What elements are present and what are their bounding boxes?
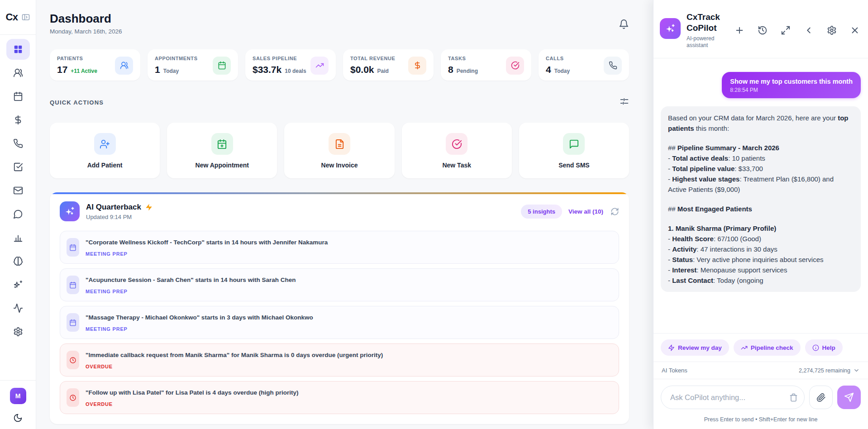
chip-pipeline-check[interactable]: Pipeline check — [734, 339, 801, 356]
quarterback-title: AI Quarterback — [86, 203, 141, 212]
stat-value: 1 — [155, 64, 160, 75]
calendar-icon — [13, 91, 23, 101]
info-icon — [812, 344, 819, 351]
copilot-header: CxTrack CoPilot AI-powered assistant — [653, 0, 868, 58]
send-button[interactable] — [837, 386, 861, 409]
sidebar-item-tasks[interactable] — [6, 157, 30, 177]
brain-icon — [13, 256, 23, 266]
stat-sub: Paid — [377, 68, 389, 74]
sidebar-item-patients[interactable] — [6, 62, 30, 83]
quick-action-new-invoice[interactable]: New Invoice — [284, 123, 394, 178]
phone-icon — [609, 61, 617, 70]
copilot-input[interactable] — [670, 393, 789, 402]
panel-toggle-icon — [21, 13, 30, 22]
attach-button[interactable] — [809, 386, 833, 409]
phone-icon — [13, 138, 23, 148]
sidebar-item-email[interactable] — [6, 180, 30, 201]
sidebar-item-ai-assistant[interactable] — [6, 274, 30, 295]
clock-icon — [69, 394, 76, 401]
insight-tag: MEETING PREP — [86, 326, 313, 332]
customize-button[interactable] — [620, 97, 629, 108]
calendar-icon — [69, 244, 76, 251]
history-button[interactable] — [755, 23, 770, 38]
trending-up-icon — [315, 61, 324, 70]
quick-action-label: New Task — [442, 162, 471, 169]
insight-item[interactable]: "Corporate Wellness Kickoff - TechCorp" … — [60, 231, 619, 264]
dark-mode-toggle[interactable] — [13, 413, 23, 423]
sidebar-item-appointments[interactable] — [6, 86, 30, 107]
new-chat-button[interactable] — [732, 23, 747, 38]
sidebar: Cx M — [0, 0, 36, 429]
assistant-message-line: - Status: Very active phone inquiries ab… — [668, 254, 854, 265]
quick-action-label: Add Patient — [87, 162, 123, 169]
assistant-message-line: - Last Contact: Today (ongoing — [668, 275, 854, 286]
chip-review-my-day[interactable]: Review my day — [661, 339, 729, 356]
insight-item[interactable]: "Immediate callback request from Manik S… — [60, 343, 619, 377]
insight-tag: OVERDUE — [86, 364, 383, 369]
quarterback-updated: Updated 9:14 PM — [86, 214, 153, 220]
dollar-icon — [413, 61, 422, 70]
assistant-message-line: ## Pipeline Summary - March 2026 — [668, 143, 854, 153]
insight-text: "Follow up with Lisa Patel" for Lisa Pat… — [86, 388, 298, 397]
sliders-icon — [620, 97, 629, 106]
refresh-icon — [610, 207, 619, 216]
file-text-icon — [334, 139, 345, 149]
stat-label: TASKS — [448, 56, 478, 61]
insight-item[interactable]: "Massage Therapy - Michael Okonkwo" star… — [60, 306, 619, 339]
insight-item[interactable]: "Acupuncture Session - Sarah Chen" start… — [60, 268, 619, 301]
tokens-dropdown[interactable]: 2,274,725 remaining — [799, 367, 860, 374]
clear-chat-button[interactable] — [789, 393, 798, 402]
suggestion-chips: Review my dayPipeline checkHelp — [653, 333, 868, 362]
sidebar-item-messages[interactable] — [6, 204, 30, 224]
sidebar-toggle-button[interactable] — [21, 13, 30, 22]
plus-icon — [734, 25, 744, 35]
quick-action-send-sms[interactable]: Send SMS — [519, 123, 629, 178]
stat-card-appointments: APPOINTMENTS1Today — [148, 49, 238, 81]
stats-row: PATIENTS17+11 ActiveAPPOINTMENTS1TodaySA… — [50, 49, 629, 81]
sidebar-item-reports[interactable] — [6, 227, 30, 248]
quick-actions-row: Add PatientNew AppointmentNew InvoiceNew… — [50, 123, 629, 178]
insight-list: "Corporate Wellness Kickoff - TechCorp" … — [50, 227, 629, 424]
quick-action-new-appointment[interactable]: New Appointment — [167, 123, 277, 178]
stat-value: 17 — [57, 64, 67, 75]
chip-label: Help — [822, 344, 835, 351]
stat-label: PATIENTS — [57, 56, 97, 61]
input-hint: Press Enter to send • Shift+Enter for ne… — [653, 413, 868, 429]
sidebar-item-calls[interactable] — [6, 133, 30, 154]
quick-action-new-task[interactable]: New Task — [402, 123, 512, 178]
stat-card-sales-pipeline: SALES PIPELINE$33.7k10 deals — [245, 49, 336, 81]
sidebar-item-ai-insights[interactable] — [6, 251, 30, 272]
logo-row: Cx — [0, 0, 36, 35]
user-message: Show me my top customers this month 8:28… — [722, 72, 861, 98]
user-message-time: 8:28:54 PM — [730, 87, 853, 93]
sidebar-bottom: M — [0, 380, 36, 429]
sidebar-item-activity[interactable] — [6, 298, 30, 319]
collapse-panel-button[interactable] — [801, 23, 816, 38]
message-circle-icon — [13, 209, 23, 219]
chip-help[interactable]: Help — [805, 339, 843, 356]
moon-icon — [13, 413, 23, 423]
quick-action-add-patient[interactable]: Add Patient — [50, 123, 160, 178]
close-button[interactable] — [847, 23, 863, 38]
expand-button[interactable] — [778, 23, 793, 38]
view-all-link[interactable]: View all (10) — [568, 208, 603, 215]
refresh-button[interactable] — [610, 207, 619, 216]
sidebar-item-dashboard[interactable] — [6, 39, 30, 60]
sidebar-item-settings[interactable] — [6, 321, 30, 342]
copilot-settings-button[interactable] — [824, 23, 839, 38]
sidebar-item-billing[interactable] — [6, 110, 30, 130]
stat-sub: 10 deals — [285, 68, 306, 74]
check-circle-icon — [511, 61, 520, 70]
notifications-button[interactable] — [619, 19, 629, 31]
chip-label: Pipeline check — [751, 344, 793, 351]
assistant-message-line: 1. Manik Sharma (Primary Profile) — [668, 223, 854, 234]
zap-icon — [145, 203, 153, 211]
copilot-panel: CxTrack CoPilot AI-powered assistant Sho… — [653, 0, 868, 429]
chevron-left-icon — [804, 25, 814, 35]
bar-chart-icon — [13, 233, 23, 243]
avatar[interactable]: M — [10, 388, 26, 404]
settings-icon — [827, 25, 837, 35]
stat-sub: Today — [163, 68, 179, 74]
insight-item[interactable]: "Follow up with Lisa Patel" for Lisa Pat… — [60, 381, 619, 414]
assistant-message-line: - Interest: Menopause support services — [668, 265, 854, 275]
